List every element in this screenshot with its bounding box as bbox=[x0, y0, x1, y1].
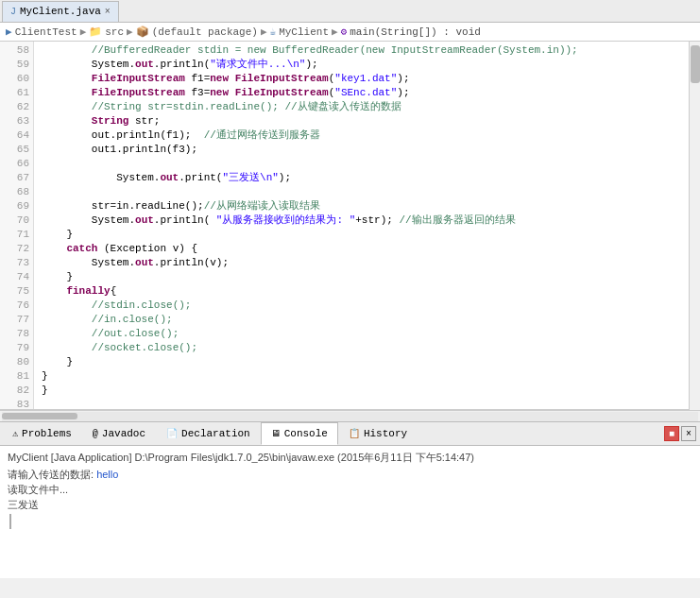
console-label: Console bbox=[284, 428, 328, 439]
code-editor[interactable]: 5859606162636465666768697071727374757677… bbox=[0, 42, 689, 410]
console-line1: 请输入传送的数据: hello bbox=[8, 467, 692, 482]
bc-sep2: ▶ bbox=[127, 26, 133, 38]
close-console-button[interactable]: × bbox=[681, 426, 696, 441]
line-numbers: 5859606162636465666768697071727374757677… bbox=[0, 42, 34, 409]
javadoc-label: Javadoc bbox=[102, 428, 145, 439]
bottom-tab-declaration[interactable]: 📄Declaration bbox=[156, 422, 261, 445]
editor-tab-bar: J MyClient.java × bbox=[0, 0, 700, 23]
console-prompt-text: 请输入传送的数据: bbox=[8, 469, 96, 480]
bc-src-icon: 📁 bbox=[89, 26, 102, 38]
problems-icon: ⚠ bbox=[12, 428, 18, 439]
bc-method[interactable]: main(String[]) : void bbox=[350, 26, 481, 38]
declaration-label: Declaration bbox=[181, 428, 250, 439]
history-label: History bbox=[364, 428, 407, 439]
bc-class-icon: ☕ bbox=[270, 26, 277, 38]
javadoc-icon: @ bbox=[93, 429, 98, 439]
bc-sep3: ▶ bbox=[261, 26, 267, 38]
bottom-tab-problems[interactable]: ⚠Problems bbox=[2, 422, 82, 445]
editor-tab-myclient[interactable]: J MyClient.java × bbox=[2, 1, 119, 22]
console-run-title: MyClient [Java Application] D:\Program F… bbox=[8, 450, 692, 465]
history-icon: 📋 bbox=[349, 428, 360, 439]
code-content[interactable]: //BufferedReader stdin = new BufferedRea… bbox=[34, 42, 689, 409]
bc-pkg-icon: 📦 bbox=[136, 26, 149, 38]
bc-sep4: ▶ bbox=[332, 26, 338, 38]
bc-sep1: ▶ bbox=[80, 26, 87, 38]
bottom-tab-javadoc[interactable]: @Javadoc bbox=[82, 422, 156, 445]
problems-label: Problems bbox=[22, 428, 72, 439]
console-line2: 读取文件中... bbox=[8, 482, 692, 497]
close-icon[interactable]: × bbox=[105, 7, 111, 17]
hscroll-thumb[interactable] bbox=[2, 413, 77, 419]
tab-label: MyClient.java bbox=[20, 6, 101, 17]
console-line3: 三发送 bbox=[8, 497, 692, 512]
bc-package[interactable]: (default package) bbox=[152, 26, 258, 38]
console-cursor bbox=[9, 514, 692, 529]
bc-class[interactable]: MyClient bbox=[279, 26, 329, 38]
bottom-tab-console[interactable]: 🖥Console bbox=[261, 422, 338, 445]
bc-method-icon: ⚙ bbox=[341, 26, 348, 38]
horizontal-scrollbar[interactable] bbox=[0, 410, 700, 421]
java-file-icon: J bbox=[10, 7, 16, 17]
bottom-tab-bar: ⚠Problems@Javadoc📄Declaration🖥Console📋Hi… bbox=[0, 421, 700, 446]
bottom-tab-history[interactable]: 📋History bbox=[338, 422, 418, 445]
code-editor-main: 5859606162636465666768697071727374757677… bbox=[0, 42, 700, 410]
declaration-icon: 📄 bbox=[166, 428, 178, 439]
vscroll-thumb[interactable] bbox=[691, 45, 700, 83]
hscroll-track[interactable] bbox=[2, 412, 698, 421]
bc-test[interactable]: ClientTest bbox=[15, 26, 77, 38]
breadcrumb: ▶ ClientTest ▶ 📁 src ▶ 📦 (default packag… bbox=[0, 23, 700, 42]
console-output: MyClient [Java Application] D:\Program F… bbox=[0, 446, 700, 578]
bc-src[interactable]: src bbox=[105, 26, 124, 38]
console-icon: 🖥 bbox=[271, 428, 281, 439]
console-hello: hello bbox=[96, 469, 118, 480]
vertical-scrollbar[interactable] bbox=[689, 42, 700, 410]
terminate-button[interactable]: ■ bbox=[664, 426, 679, 441]
bc-arrow-icon: ▶ bbox=[6, 26, 12, 38]
